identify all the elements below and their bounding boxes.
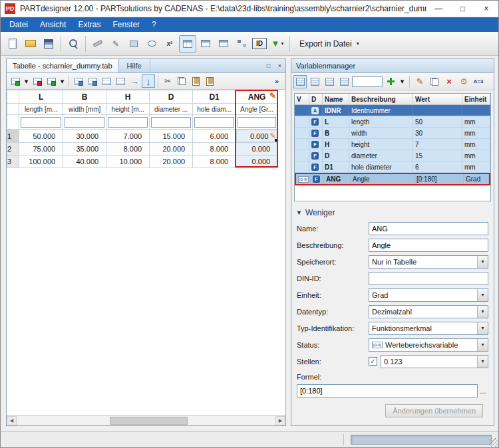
edit-variable-button[interactable]: ✎	[413, 75, 426, 88]
cell-H[interactable]: 10.000	[106, 156, 150, 168]
menu-help[interactable]: ?	[146, 17, 162, 32]
filter-input-H[interactable]	[108, 117, 148, 128]
header-beschreibung[interactable]: Beschreibung	[349, 94, 413, 104]
header-name[interactable]: Name	[323, 94, 349, 104]
dinid-field[interactable]	[369, 272, 488, 285]
save-button[interactable]	[40, 35, 57, 53]
export-button[interactable]: Export in Datei ▾	[293, 35, 365, 53]
cut-button[interactable]: ✂	[161, 74, 174, 88]
add-line-dropdown[interactable]: ▾	[23, 74, 30, 88]
fill-handle[interactable]	[275, 139, 278, 142]
scrollbar-thumb[interactable]	[110, 417, 188, 425]
einheit-select[interactable]: Grad ▾	[369, 288, 488, 302]
status-select[interactable]: [0-9] Wertebereichsvariable ▾	[369, 338, 488, 352]
cell-D1[interactable]: 8.000	[193, 143, 236, 156]
chevron-down-icon[interactable]: ▾	[477, 356, 488, 368]
cell-D[interactable]: 15.000	[150, 130, 193, 143]
add-line-button[interactable]	[9, 74, 22, 88]
variable-filter-input[interactable]	[352, 76, 383, 87]
split-cells-button[interactable]	[100, 74, 113, 88]
new-file-button[interactable]	[4, 35, 21, 53]
stellen-select[interactable]: 0.123 ▾	[381, 355, 488, 368]
settings-button[interactable]: ⚙	[457, 75, 470, 88]
add-variable-button[interactable]	[384, 75, 397, 88]
filter-input-L[interactable]	[21, 117, 61, 128]
solid-button[interactable]	[125, 35, 142, 53]
cell-L[interactable]: 75.000	[19, 143, 63, 156]
assignment-button[interactable]: A=3	[472, 75, 485, 88]
zoom-button[interactable]	[65, 35, 82, 53]
toolbar-overflow-button[interactable]: »	[270, 74, 283, 88]
variable-row-idnr[interactable]: A IDNR Identnummer	[295, 105, 490, 116]
header-d[interactable]: D	[309, 94, 323, 104]
copy-button[interactable]	[175, 74, 188, 88]
edit-pencil-icon[interactable]: ✎	[269, 92, 276, 100]
detail-view-button[interactable]	[308, 75, 321, 88]
name-field[interactable]	[369, 222, 488, 235]
menu-ansicht[interactable]: Ansicht	[34, 17, 72, 32]
merge-cells-button[interactable]	[114, 74, 127, 88]
formel-field[interactable]	[297, 384, 478, 397]
transfer-right-button[interactable]: →	[128, 74, 141, 88]
sketch-button[interactable]: ✎	[107, 35, 124, 53]
cell-D[interactable]: 20.000	[150, 143, 193, 156]
link-button[interactable]	[233, 35, 250, 53]
column-header-ANG[interactable]: ANG ✎	[236, 90, 278, 104]
cell-L[interactable]: 100.000	[19, 156, 63, 168]
formula-button[interactable]: x²	[161, 35, 178, 53]
variable-row-d1[interactable]: F D1 hole diameter 6 mm	[295, 162, 490, 173]
variable-row-h[interactable]: F H height 7 mm	[295, 139, 490, 150]
chevron-down-icon[interactable]: ▾	[477, 306, 488, 318]
menu-extras[interactable]: Extras	[72, 17, 106, 32]
menu-fenster[interactable]: Fenster	[106, 17, 146, 32]
dialog-button[interactable]	[197, 35, 214, 53]
play-dropdown-button[interactable]: ▼ ▾	[269, 35, 286, 53]
variable-row-l[interactable]: F L length 50 mm	[295, 116, 490, 128]
open-file-button[interactable]	[22, 35, 39, 53]
list-view-button[interactable]	[293, 75, 307, 88]
resize-grip[interactable]	[489, 438, 498, 447]
scroll-right-button[interactable]: ▶	[275, 416, 285, 425]
delete-line-button[interactable]	[31, 74, 44, 88]
paste-special-button[interactable]	[203, 74, 216, 88]
variable-row-ang-selected[interactable]: [0-9] F ANG Angle [0:180] Grad	[295, 173, 490, 185]
cell-ANG-active[interactable]: 0.000 ✎	[236, 130, 278, 142]
cell-H[interactable]: 7.000	[106, 130, 150, 143]
column-header-L[interactable]: L	[19, 90, 63, 104]
insert-row-below-button[interactable]	[86, 74, 99, 88]
header-einheit[interactable]: Einheit	[462, 94, 490, 104]
minimize-button[interactable]: —	[426, 1, 450, 17]
copy-variable-button[interactable]	[428, 75, 441, 88]
beschreibung-field[interactable]	[369, 239, 488, 252]
paste-button[interactable]	[189, 74, 202, 88]
scroll-left-button[interactable]: ◀	[7, 416, 17, 425]
tab-table[interactable]: Tabelle - scharnier_dummy.tab	[7, 59, 119, 72]
datentyp-select[interactable]: Dezimalzahl ▾	[369, 305, 488, 318]
sort-down-button[interactable]: ↓	[142, 74, 155, 88]
chevron-down-icon[interactable]: ▾	[477, 339, 488, 351]
scrollbar-track[interactable]	[17, 416, 275, 425]
speicherort-select[interactable]: Nur in Tabelle ▾	[369, 255, 488, 269]
filter-input-B[interactable]	[65, 117, 104, 128]
cell-ANG[interactable]: 0.000	[236, 143, 278, 156]
text-view-button[interactable]	[337, 75, 351, 88]
measure-button[interactable]	[89, 35, 106, 53]
typid-select[interactable]: Funktionsmerkmal ▾	[369, 322, 488, 335]
row-number[interactable]: 2	[7, 143, 19, 156]
table-view-button[interactable]	[179, 35, 196, 53]
maximize-button[interactable]: □	[450, 1, 474, 17]
duplicate-line-button[interactable]	[45, 74, 58, 88]
cell-L[interactable]: 50.000	[19, 130, 63, 143]
filter-input-D1[interactable]	[194, 117, 234, 128]
range-view-button[interactable]	[323, 75, 336, 88]
cell-B[interactable]: 30.000	[63, 130, 106, 143]
cell-H[interactable]: 8.000	[106, 143, 150, 156]
column-header-H[interactable]: H	[106, 90, 150, 104]
insert-row-above-button[interactable]	[72, 74, 85, 88]
stellen-checkbox[interactable]: ✓	[369, 357, 377, 366]
variable-row-d[interactable]: F D diameter 15 mm	[295, 150, 490, 162]
panel-maximize-button[interactable]: □	[263, 59, 274, 72]
column-header-B[interactable]: B	[63, 90, 106, 104]
column-header-D1[interactable]: D1	[193, 90, 236, 104]
cell-D[interactable]: 20.000	[150, 156, 193, 168]
